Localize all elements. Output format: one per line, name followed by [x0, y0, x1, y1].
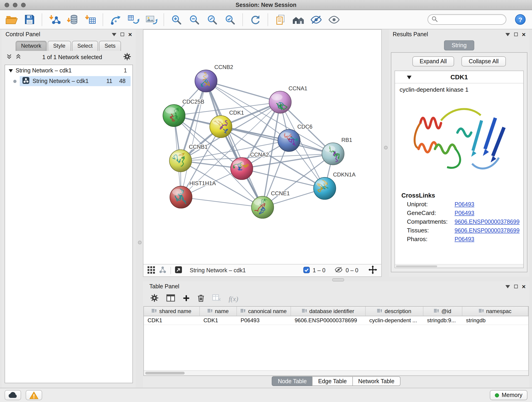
column-sort-icon[interactable]: [479, 308, 484, 314]
network-edge[interactable]: [181, 197, 263, 207]
home-networks-icon[interactable]: [291, 13, 305, 26]
selected-checkbox-icon[interactable]: [304, 267, 310, 274]
new-network-icon[interactable]: [109, 13, 122, 26]
tab-select[interactable]: Select: [72, 41, 98, 51]
column-header-description[interactable]: description: [366, 307, 423, 316]
window-minimize-button[interactable]: [13, 2, 17, 7]
hide-graphics-details-icon[interactable]: [309, 13, 323, 26]
network-row[interactable]: String Network – cdk1 11 48: [5, 76, 133, 87]
duplicate-document-icon[interactable]: [273, 13, 287, 26]
disclosure-triangle-icon[interactable]: [9, 67, 13, 74]
expand-all-button[interactable]: Expand All: [412, 56, 454, 66]
network-edge[interactable]: [206, 81, 280, 102]
left-splitter[interactable]: [136, 29, 143, 388]
tab-node-table[interactable]: Node Table: [272, 376, 313, 386]
refresh-icon[interactable]: [248, 13, 262, 26]
network-node-CDKN1A[interactable]: [314, 177, 336, 200]
pan-crosshair-icon[interactable]: [368, 265, 377, 275]
save-session-icon[interactable]: [22, 13, 36, 26]
table-cell[interactable]: CDK1: [144, 316, 200, 325]
node-details-header[interactable]: CDK1: [395, 71, 523, 83]
panel-close-icon[interactable]: ×: [522, 31, 526, 38]
panel-close-icon[interactable]: ×: [128, 31, 132, 38]
panel-menu-icon[interactable]: [505, 283, 510, 290]
gear-icon[interactable]: [150, 294, 158, 304]
network-node-CCNE1[interactable]: [251, 196, 273, 218]
tab-edge-table[interactable]: Edge Table: [312, 376, 353, 386]
cloud-button[interactable]: [5, 390, 21, 400]
window-zoom-button[interactable]: [21, 2, 26, 7]
crosslink-pharos-link[interactable]: P06493: [455, 236, 474, 242]
network-node-CCNA1[interactable]: [269, 91, 291, 114]
table-cell[interactable]: P06493: [237, 316, 291, 325]
panel-menu-icon[interactable]: [112, 31, 116, 38]
column-header-name[interactable]: name: [200, 307, 237, 316]
tab-sets[interactable]: Sets: [99, 41, 121, 51]
hidden-eye-icon[interactable]: [335, 267, 343, 274]
network-edge[interactable]: [206, 81, 263, 207]
collapse-all-button[interactable]: Collapse All: [462, 56, 506, 66]
network-node-CDC6[interactable]: [278, 129, 300, 152]
network-node-RB1[interactable]: [322, 143, 344, 165]
tab-string[interactable]: String: [444, 40, 474, 51]
column-header--id[interactable]: @id: [423, 307, 462, 316]
warning-button[interactable]: [26, 390, 42, 400]
show-graphics-details-icon[interactable]: [327, 13, 341, 26]
delete-column-icon[interactable]: [197, 294, 204, 304]
network-node-CDC25B[interactable]: [163, 104, 185, 127]
share-network-icon[interactable]: [159, 266, 166, 275]
column-sort-icon[interactable]: [241, 308, 246, 314]
zoom-selected-icon[interactable]: [223, 13, 237, 26]
network-from-table-icon[interactable]: [127, 13, 140, 26]
tab-network[interactable]: Network: [16, 41, 47, 51]
import-network-file-icon[interactable]: [48, 13, 61, 26]
search-input[interactable]: [440, 16, 502, 23]
function-builder-icon[interactable]: f(x): [229, 295, 238, 303]
expand-all-icon[interactable]: [16, 54, 21, 61]
zoom-in-icon[interactable]: [170, 13, 183, 26]
horizontal-splitter[interactable]: [143, 277, 529, 281]
column-sort-icon[interactable]: [434, 308, 439, 314]
card-scrollbar[interactable]: [395, 264, 523, 268]
column-sort-icon[interactable]: [377, 308, 382, 314]
panel-close-icon[interactable]: ×: [522, 283, 526, 290]
open-session-icon[interactable]: [5, 13, 18, 26]
tab-style[interactable]: Style: [48, 41, 71, 51]
gear-icon[interactable]: [123, 53, 131, 62]
column-header-shared-name[interactable]: shared name: [144, 307, 200, 316]
zoom-out-icon[interactable]: [187, 13, 201, 26]
network-collection-row[interactable]: String Network – cdk1 1: [5, 65, 133, 76]
birdseye-grid-icon[interactable]: [147, 266, 155, 275]
selected-network-item[interactable]: String Network – cdk1 11 48: [20, 76, 131, 86]
column-sort-icon[interactable]: [302, 308, 307, 314]
panel-float-icon[interactable]: [120, 32, 124, 36]
collapse-all-icon[interactable]: [6, 54, 12, 61]
network-node-CDK1[interactable]: [210, 115, 232, 138]
table-row[interactable]: CDK1CDK1P064939606.ENSP00000378699cyclin…: [144, 316, 528, 325]
help-button[interactable]: ?: [515, 14, 526, 25]
column-header-database-identifier[interactable]: database identifier: [291, 307, 366, 316]
export-image-icon[interactable]: [144, 13, 158, 26]
right-splitter[interactable]: [382, 29, 389, 277]
zoom-fit-icon[interactable]: [205, 13, 219, 26]
import-network-database-icon[interactable]: [65, 13, 79, 26]
network-node-CCNB1[interactable]: [169, 148, 191, 172]
column-header-canonical-name[interactable]: canonical name: [237, 307, 291, 316]
memory-button[interactable]: Memory: [490, 390, 527, 400]
table-cell[interactable]: cyclin-dependent ...: [366, 316, 423, 325]
crosslink-compartments-link[interactable]: 9606.ENSP00000378699: [455, 218, 520, 225]
tab-network-table[interactable]: Network Table: [352, 376, 400, 386]
panel-float-icon[interactable]: [514, 285, 518, 288]
search-box[interactable]: [428, 14, 506, 25]
crosslink-tissues-link[interactable]: 9606.ENSP00000378699: [455, 227, 520, 234]
table-cell[interactable]: stringdb:9...: [423, 316, 462, 325]
panel-menu-icon[interactable]: [505, 31, 510, 38]
network-node-HIST1H1A[interactable]: [170, 186, 192, 208]
disclosure-triangle-icon[interactable]: [407, 73, 412, 81]
panel-float-icon[interactable]: [514, 32, 518, 36]
table-cell[interactable]: 9606.ENSP00000378699: [291, 316, 366, 325]
column-header-namespac[interactable]: namespac: [462, 307, 528, 316]
open-in-window-icon[interactable]: [175, 266, 182, 274]
table-cell[interactable]: stringdb: [462, 316, 528, 325]
window-close-button[interactable]: [5, 2, 9, 7]
